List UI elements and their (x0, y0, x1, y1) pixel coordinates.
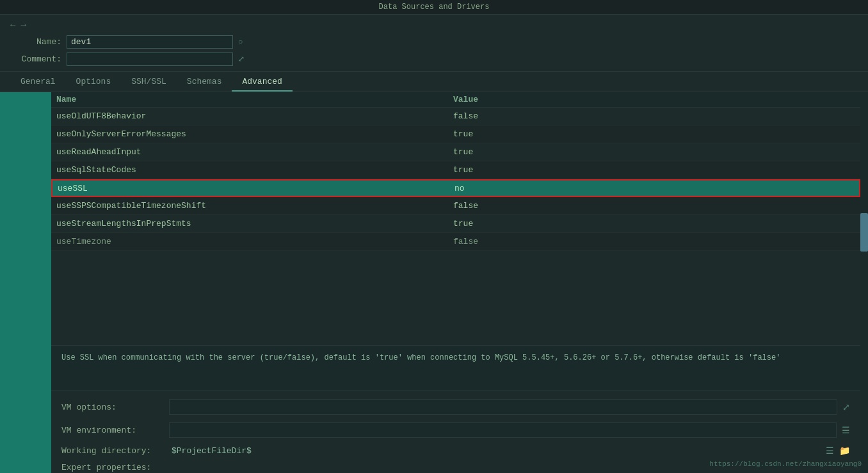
comment-label: Comment: (10, 54, 61, 64)
expert-properties-label: Expert properties: (61, 463, 164, 472)
name-field-row: Name: ○ (10, 35, 858, 49)
comment-expand-icon[interactable]: ⤢ (238, 54, 245, 64)
column-name-header: Name (56, 95, 453, 104)
vm-environment-input[interactable] (169, 422, 837, 438)
table-row[interactable]: useOnlyServerErrorMessages true (51, 125, 860, 143)
tab-options[interactable]: Options (66, 72, 122, 92)
name-expand-icon[interactable]: ○ (238, 38, 243, 47)
scrollbar[interactable] (860, 92, 868, 473)
working-directory-label: Working directory: (61, 446, 164, 456)
tab-advanced[interactable]: Advanced (232, 72, 292, 92)
back-arrow[interactable]: ← (10, 20, 15, 30)
tabs-container: General Options SSH/SSL Schemas Advanced (0, 72, 868, 92)
content-area: Name Value useOldUTF8Behavior false useO… (51, 92, 860, 473)
description-area: Use SSL when communicating with the serv… (51, 345, 860, 390)
vm-options-row: VM options: ⤢ (51, 396, 860, 419)
vm-options-input[interactable] (169, 399, 837, 415)
top-controls: ← → Name: ○ Comment: ⤢ (0, 15, 868, 72)
working-directory-value: $ProjectFileDir$ (169, 446, 254, 456)
vm-environment-label: VM environment: (61, 426, 164, 435)
table-row[interactable]: useSqlStateCodes true (51, 161, 860, 179)
table-row-usessl[interactable]: useSSL no (51, 179, 860, 197)
title-bar: Data Sources and Drivers (0, 0, 868, 15)
working-directory-list-icon[interactable]: ☰ (826, 445, 834, 456)
window-title: Data Sources and Drivers (379, 3, 490, 12)
vm-environment-row: VM environment: ☰ (51, 419, 860, 442)
main-content: Name Value useOldUTF8Behavior false useO… (0, 92, 868, 473)
watermark: https://blog.csdn.net/zhangxiaoyang0 (709, 460, 862, 468)
working-directory-row: Working directory: $ProjectFileDir$ ☰ 📁 (51, 442, 860, 460)
scrollbar-thumb[interactable] (860, 213, 868, 252)
comment-field-row: Comment: ⤢ (10, 52, 858, 66)
tab-general[interactable]: General (10, 72, 66, 92)
tab-schemas[interactable]: Schemas (177, 72, 232, 92)
properties-table: useOldUTF8Behavior false useOnlyServerEr… (51, 108, 860, 345)
table-row[interactable]: useOldUTF8Behavior false (51, 108, 860, 125)
table-row[interactable]: useTimezone false (51, 233, 860, 251)
tab-sshssl[interactable]: SSH/SSL (121, 72, 177, 92)
description-text: Use SSL when communicating with the serv… (61, 353, 780, 362)
vm-options-label: VM options: (61, 403, 164, 412)
nav-arrows: ← → (10, 20, 858, 30)
name-label: Name: (10, 37, 61, 47)
vm-environment-icon[interactable]: ☰ (842, 425, 850, 436)
column-value-header: Value (453, 95, 855, 104)
table-row[interactable]: useStreamLengthsInPrepStmts true (51, 215, 860, 233)
working-directory-folder-icon[interactable]: 📁 (839, 445, 850, 456)
table-row[interactable]: useReadAheadInput true (51, 143, 860, 161)
table-row[interactable]: useSSPSCompatibleTimezoneShift false (51, 197, 860, 215)
comment-input[interactable] (67, 52, 233, 66)
table-header: Name Value (51, 92, 860, 108)
name-input[interactable] (67, 35, 233, 49)
left-sidebar (0, 92, 51, 473)
forward-arrow[interactable]: → (20, 20, 26, 30)
usessl-value: no (454, 184, 518, 193)
vm-options-expand-icon[interactable]: ⤢ (842, 402, 850, 413)
